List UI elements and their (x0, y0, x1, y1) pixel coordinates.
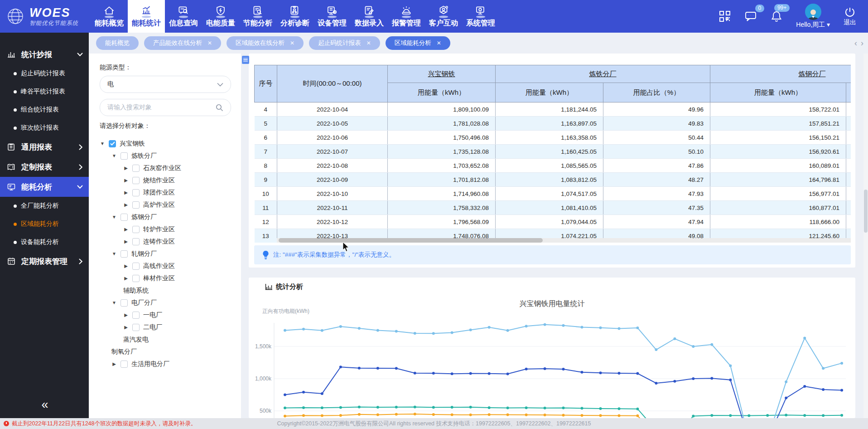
tree-node-二电厂[interactable]: ▶二电厂 (100, 321, 231, 333)
tree-checkbox[interactable] (121, 299, 128, 307)
tree-checkbox[interactable] (132, 226, 140, 233)
tree-node-辅助系统[interactable]: 辅助系统 (100, 284, 231, 297)
tree-collapse-icon[interactable]: ▶ (123, 178, 129, 183)
tab-close-icon[interactable]: ✕ (437, 40, 441, 46)
sidebar-group-3[interactable]: 定制报表 (0, 157, 89, 177)
tree-expand-icon[interactable]: ▼ (111, 251, 117, 256)
sidebar-item-班次统计报表[interactable]: 班次统计报表 (0, 119, 89, 137)
sidebar-group-1[interactable]: 统计抄报 (0, 44, 89, 64)
tree-collapse-icon[interactable]: ▶ (123, 276, 129, 281)
tree-checkbox[interactable] (121, 361, 128, 368)
sidebar-collapse-button[interactable]: « (0, 398, 89, 412)
user-menu[interactable]: Hello,周工 ▾ (796, 4, 830, 29)
nav-item-11[interactable]: 系统管理 (462, 0, 499, 33)
energy-type-select[interactable]: 电 (100, 76, 231, 93)
tab-close-icon[interactable]: ✕ (290, 40, 294, 46)
tree-expand-icon[interactable]: ▼ (111, 300, 117, 305)
tree-checkbox[interactable] (109, 140, 116, 147)
tree-node-高炉作业区[interactable]: ▶高炉作业区 (100, 199, 231, 211)
tree-checkbox[interactable] (121, 214, 128, 221)
tab-1[interactable]: 能耗概览 (96, 36, 139, 50)
tree-collapse-icon[interactable]: ▶ (111, 361, 117, 366)
tree-node-制氧分厂[interactable]: 制氧分厂 (100, 346, 231, 358)
nav-item-10[interactable]: 客户互动 (425, 0, 462, 33)
tree-checkbox[interactable] (121, 250, 128, 258)
tree-node-兴宝钢铁[interactable]: ▼兴宝钢铁 (100, 137, 231, 150)
sidebar-item-全厂能耗分析[interactable]: 全厂能耗分析 (0, 197, 89, 215)
nav-item-5[interactable]: 节能分析 (239, 0, 276, 33)
bell-icon[interactable]: 99+ (771, 10, 782, 23)
tree-checkbox[interactable] (132, 238, 140, 245)
tree-checkbox[interactable] (132, 312, 140, 319)
object-search-input[interactable]: 请输入搜索对象 (100, 99, 231, 116)
tree-node-轧钢分厂[interactable]: ▼轧钢分厂 (100, 248, 231, 260)
tab-next-arrow[interactable]: › (861, 39, 863, 47)
sidebar-item-起止码统计报表[interactable]: 起止码统计报表 (0, 64, 89, 83)
tree-expand-icon[interactable]: ▼ (100, 141, 105, 146)
tree-collapse-icon[interactable]: ▶ (123, 166, 129, 171)
nav-item-3[interactable]: 信息查询 (165, 0, 202, 33)
tree-expand-icon[interactable]: ▼ (111, 153, 117, 158)
tree-checkbox[interactable] (132, 189, 140, 196)
nav-item-2[interactable]: 能耗统计 (128, 0, 165, 33)
sidebar-item-峰谷平统计报表[interactable]: 峰谷平统计报表 (0, 83, 89, 101)
tree-node-电厂分厂[interactable]: ▼电厂分厂 (100, 297, 231, 309)
nav-item-7[interactable]: 设备管理 (313, 0, 351, 33)
tab-close-icon[interactable]: ✕ (366, 40, 371, 46)
tree-node-生活用电分厂[interactable]: ▶生活用电分厂 (100, 358, 231, 370)
tree-collapse-icon[interactable]: ▶ (123, 312, 129, 317)
tree-checkbox[interactable] (132, 263, 140, 270)
tab-2[interactable]: 产品能效在线分析✕ (144, 36, 221, 50)
tab-3[interactable]: 区域能效在线分析✕ (227, 36, 304, 50)
tree-node-石灰窑作业区[interactable]: ▶石灰窑作业区 (100, 162, 231, 174)
logout-button[interactable]: 退出 (844, 6, 856, 27)
tree-collapse-icon[interactable]: ▶ (123, 325, 129, 330)
tab-close-icon[interactable]: ✕ (207, 40, 212, 46)
tree-node-球团作业区[interactable]: ▶球团作业区 (100, 186, 231, 199)
tree-node-棒材作业区[interactable]: ▶棒材作业区 (100, 272, 231, 284)
sidebar-item-组合统计报表[interactable]: 组合统计报表 (0, 101, 89, 119)
sidebar-item-设备能耗分析[interactable]: 设备能耗分析 (0, 233, 89, 251)
message-icon[interactable]: 0 (744, 10, 757, 22)
tree-collapse-icon[interactable]: ▶ (123, 202, 129, 207)
nav-item-9[interactable]: 报警管理 (388, 0, 425, 33)
nav-item-6[interactable]: 分析诊断 (276, 0, 313, 33)
tree-node-烧结作业区[interactable]: ▶烧结作业区 (100, 174, 231, 186)
tree-checkbox[interactable] (132, 275, 140, 282)
tree-node-连铸作业区[interactable]: ▶连铸作业区 (100, 235, 231, 248)
tree-node-炼钢分厂[interactable]: ▼炼钢分厂 (100, 211, 231, 223)
tab-prev-arrow[interactable]: ‹ (854, 39, 857, 47)
tree-node-一电厂[interactable]: ▶一电厂 (100, 309, 231, 321)
sidebar-group-5[interactable]: 定期报表管理 (0, 251, 89, 271)
tree-collapse-icon[interactable]: ▶ (123, 239, 129, 244)
sidebar-item-区域能耗分析[interactable]: 区域能耗分析 (0, 215, 89, 233)
tree-checkbox[interactable] (132, 177, 140, 184)
tree-node-高线作业区[interactable]: ▶高线作业区 (100, 260, 231, 272)
nav-item-8[interactable]: 数据录入 (351, 0, 388, 33)
sidebar-group-4[interactable]: 能耗分析 (0, 177, 89, 197)
col-group-xingbao[interactable]: 兴宝钢铁 (388, 65, 496, 83)
line-chart[interactable]: 500k1,000k1,500k (249, 278, 855, 418)
qr-code-icon[interactable] (719, 10, 731, 22)
tab-4[interactable]: 起止码统计报表✕ (309, 36, 380, 50)
tree-node-炼铁分厂[interactable]: ▼炼铁分厂 (100, 150, 231, 162)
tree-collapse-icon[interactable]: ▶ (123, 190, 129, 195)
tree-collapse-icon[interactable]: ▶ (123, 263, 129, 268)
nav-item-4[interactable]: 电能质量 (202, 0, 239, 33)
tree-expand-icon[interactable]: ▼ (111, 214, 117, 219)
tree-node-转炉作业区[interactable]: ▶转炉作业区 (100, 223, 231, 235)
tab-5[interactable]: 区域能耗分析✕ (386, 36, 450, 50)
table-horizontal-scrollbar[interactable] (277, 238, 851, 243)
tree-checkbox[interactable] (132, 201, 140, 209)
tree-checkbox[interactable] (121, 152, 128, 160)
tree-checkbox[interactable] (132, 324, 140, 331)
collapse-panel-icon[interactable] (242, 56, 249, 64)
nav-item-1[interactable]: 能耗概览 (91, 0, 128, 33)
tree-collapse-icon[interactable]: ▶ (123, 227, 129, 232)
page-vertical-scrollbar[interactable] (863, 54, 868, 418)
tree-checkbox[interactable] (132, 165, 140, 172)
col-group-liantie[interactable]: 炼铁分厂 (496, 65, 710, 83)
sidebar-group-2[interactable]: 通用报表 (0, 137, 89, 157)
col-group-liangang[interactable]: 炼钢分厂 (710, 65, 851, 83)
v-scroll-thumb[interactable] (864, 190, 868, 233)
